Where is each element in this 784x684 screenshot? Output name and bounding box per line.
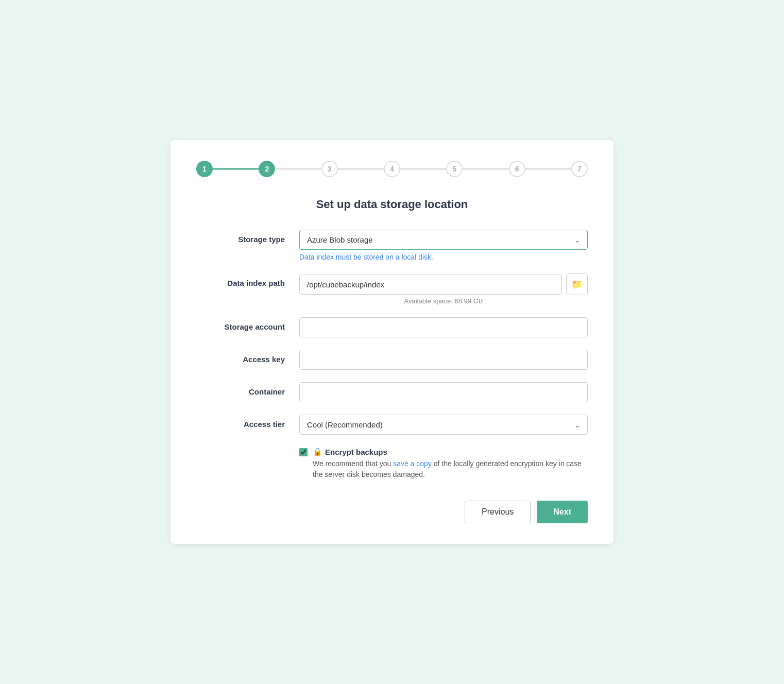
storage-account-control [299, 317, 588, 337]
access-key-row: Access key [196, 350, 588, 370]
storage-type-row: Storage type Azure Blob storage Amazon S… [196, 230, 588, 261]
access-key-control [299, 350, 588, 370]
step-circle-3: 3 [321, 161, 338, 177]
access-tier-control: Cool (Recommended) Hot Archive ⌄ [299, 415, 588, 435]
step-circle-6: 6 [509, 161, 525, 177]
storage-account-row: Storage account [196, 317, 588, 337]
storage-type-select-wrapper: Azure Blob storage Amazon S3 Google Clou… [299, 230, 588, 250]
step-circle-5: 5 [446, 161, 463, 177]
storage-type-control: Azure Blob storage Amazon S3 Google Clou… [299, 230, 588, 261]
container-row: Container [196, 382, 588, 402]
save-copy-link[interactable]: save a copy [393, 459, 432, 468]
storage-account-input[interactable] [299, 317, 588, 337]
storage-type-select[interactable]: Azure Blob storage Amazon S3 Google Clou… [299, 230, 588, 250]
access-key-input[interactable] [299, 350, 588, 370]
access-tier-label: Access tier [196, 415, 299, 429]
lock-icon: 🔒 [313, 447, 322, 456]
step-1[interactable]: 1 [196, 161, 213, 177]
access-tier-row: Access tier Cool (Recommended) Hot Archi… [196, 415, 588, 435]
container-control [299, 382, 588, 402]
data-index-path-control: 📁 Available space: 68.99 GB [299, 273, 588, 305]
folder-browse-button[interactable]: 📁 [566, 273, 588, 295]
step-3[interactable]: 3 [321, 161, 338, 177]
encrypt-backups-title: 🔒 Encrypt backups [313, 447, 588, 456]
stepper-steps: 1 2 3 4 5 6 7 [196, 161, 588, 177]
step-5[interactable]: 5 [446, 161, 463, 177]
storage-account-label: Storage account [196, 317, 299, 331]
step-7[interactable]: 7 [571, 161, 588, 177]
step-circle-1: 1 [196, 161, 213, 177]
index-path-input-row: 📁 [299, 273, 588, 295]
encrypt-backups-checkbox[interactable] [299, 448, 308, 456]
encrypt-backups-section: 🔒 Encrypt backups We recommend that you … [299, 447, 588, 480]
access-tier-select-wrapper: Cool (Recommended) Hot Archive ⌄ [299, 415, 588, 435]
access-key-label: Access key [196, 350, 299, 364]
step-2[interactable]: 2 [259, 161, 275, 177]
container-input[interactable] [299, 382, 588, 402]
encrypt-backups-desc: We recommend that you save a copy of the… [313, 458, 588, 480]
previous-button[interactable]: Previous [465, 501, 531, 523]
container-label: Container [196, 382, 299, 396]
data-index-path-input[interactable] [299, 275, 562, 295]
storage-type-hint: Data index must be stored on a local dis… [299, 253, 588, 261]
page-title: Set up data storage location [196, 198, 588, 211]
footer-buttons: Previous Next [196, 501, 588, 523]
step-4[interactable]: 4 [384, 161, 400, 177]
step-circle-4: 4 [384, 161, 400, 177]
storage-type-label: Storage type [196, 230, 299, 244]
step-circle-2: 2 [259, 161, 275, 177]
available-space-hint: Available space: 68.99 GB [299, 297, 588, 305]
wizard-card: 1 2 3 4 5 6 7 Set up data storage locati… [171, 140, 613, 544]
step-6[interactable]: 6 [509, 161, 525, 177]
folder-icon: 📁 [571, 279, 583, 290]
data-index-path-label: Data index path [196, 273, 299, 287]
access-tier-select[interactable]: Cool (Recommended) Hot Archive [299, 415, 588, 435]
stepper: 1 2 3 4 5 6 7 [196, 161, 588, 177]
data-index-path-row: Data index path 📁 Available space: 68.99… [196, 273, 588, 305]
encrypt-backups-text: 🔒 Encrypt backups We recommend that you … [313, 447, 588, 480]
step-circle-7: 7 [571, 161, 588, 177]
next-button[interactable]: Next [537, 501, 588, 523]
